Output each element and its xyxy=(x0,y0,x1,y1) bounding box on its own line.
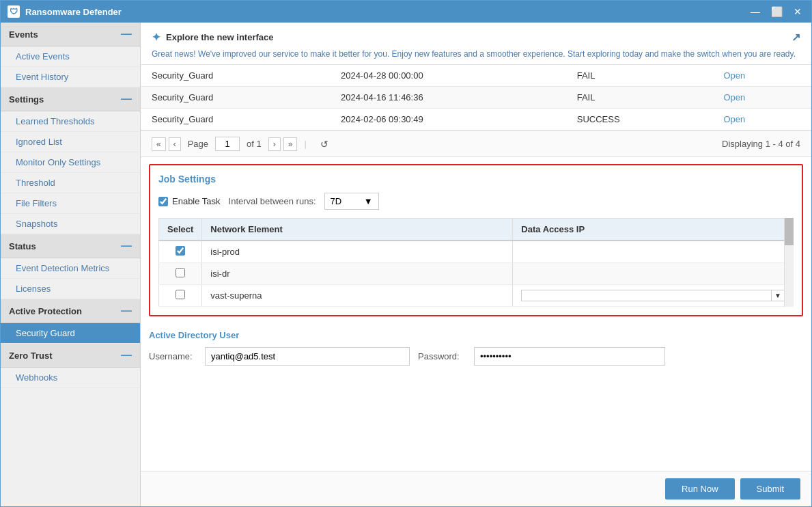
row-datetime: 2024-02-06 09:30:49 xyxy=(330,109,566,131)
row-open-link[interactable]: Open xyxy=(712,109,811,131)
ip-dropdown-icon[interactable]: ▼ xyxy=(771,290,784,301)
interval-select[interactable]: 7D ▼ xyxy=(324,193,379,210)
network-row-select[interactable] xyxy=(159,241,202,263)
separator: | xyxy=(304,139,306,149)
page-label: Page xyxy=(188,139,208,149)
scrollbar-thumb xyxy=(785,218,794,245)
sidebar-item-webhooks[interactable]: Webhooks xyxy=(1,368,140,388)
active-protection-collapse-icon[interactable]: — xyxy=(121,305,132,317)
footer-bar: Run Now Submit xyxy=(141,471,811,506)
username-label: Username: xyxy=(149,351,197,361)
sidebar-item-snapshots[interactable]: Snapshots xyxy=(1,214,140,234)
refresh-button[interactable]: ↺ xyxy=(320,139,328,150)
maximize-button[interactable]: ⬜ xyxy=(768,5,785,18)
app-title: Ransomware Defender xyxy=(25,7,748,17)
run-now-button[interactable]: Run Now xyxy=(665,478,734,499)
row-name: Security_Guard xyxy=(141,65,330,87)
page-controls: « ‹ Page of 1 › » | ↺ xyxy=(152,137,328,151)
network-table-scrollbar[interactable] xyxy=(784,218,794,307)
interval-value: 7D xyxy=(331,196,342,206)
sidebar-section-active-protection: Active Protection — xyxy=(1,299,140,323)
sidebar-item-monitor-only-settings[interactable]: Monitor Only Settings xyxy=(1,152,140,173)
status-collapse-icon[interactable]: — xyxy=(121,240,132,252)
window-controls: — ⬜ ✕ xyxy=(748,5,804,18)
sidebar-section-status: Status — xyxy=(1,234,140,258)
enable-task-text: Enable Task xyxy=(172,196,221,206)
page-number-input[interactable] xyxy=(215,137,240,151)
sidebar-item-event-detection-metrics[interactable]: Event Detection Metrics xyxy=(1,258,140,279)
sidebar-item-ignored-list[interactable]: Ignored List xyxy=(1,132,140,152)
network-row-element: vast-superna xyxy=(202,285,513,307)
row-status: FAIL xyxy=(566,87,713,109)
row-datetime: 2024-04-28 00:00:00 xyxy=(330,65,566,87)
status-section-label: Status xyxy=(9,241,36,251)
sidebar-section-events: Events — xyxy=(1,23,140,46)
prev-page-button[interactable]: ‹ xyxy=(169,137,181,151)
zero-trust-collapse-icon[interactable]: — xyxy=(121,349,132,361)
password-label: Password: xyxy=(418,351,466,361)
network-row: isi-dr xyxy=(159,263,794,285)
events-section-label: Events xyxy=(9,29,38,40)
zero-trust-label: Zero Trust xyxy=(9,351,53,361)
network-row-select[interactable] xyxy=(159,285,202,307)
network-row-select[interactable] xyxy=(159,263,202,285)
settings-section-label: Settings xyxy=(9,94,44,105)
title-bar: 🛡 Ransomware Defender — ⬜ ✕ xyxy=(1,1,811,23)
row-open-link[interactable]: Open xyxy=(712,65,811,87)
password-input[interactable] xyxy=(474,347,665,366)
history-table: Security_Guard 2024-04-28 00:00:00 FAIL … xyxy=(141,65,811,131)
enable-task-label[interactable]: Enable Task xyxy=(158,196,221,206)
network-row-ip xyxy=(513,241,794,263)
job-settings-section: Job Settings Enable Task Interval betwee… xyxy=(149,164,803,316)
active-protection-label: Active Protection xyxy=(9,306,82,316)
sidebar-item-file-filters[interactable]: File Filters xyxy=(1,193,140,214)
sidebar-item-threshold[interactable]: Threshold xyxy=(1,173,140,193)
ad-title: Active Directory User xyxy=(149,330,803,340)
sidebar-item-event-history[interactable]: Event History xyxy=(1,67,140,87)
dropdown-arrow-icon: ▼ xyxy=(364,196,373,206)
sidebar-section-zero-trust: Zero Trust — xyxy=(1,344,140,368)
ad-form: Username: Password: xyxy=(149,347,803,366)
network-row-ip xyxy=(513,263,794,285)
sidebar-item-learned-thresholds[interactable]: Learned Thresholds xyxy=(1,111,140,132)
sidebar-item-security-guard[interactable]: Security Guard xyxy=(1,323,140,344)
submit-button[interactable]: Submit xyxy=(740,478,800,499)
main-panel: ✦ Explore the new interface ↗ Great news… xyxy=(141,23,811,506)
enable-task-checkbox[interactable] xyxy=(158,197,168,206)
minimize-button[interactable]: — xyxy=(748,5,763,18)
next-page-button[interactable]: › xyxy=(268,137,281,151)
col-network-element: Network Element xyxy=(202,219,513,241)
external-link-icon[interactable]: ↗ xyxy=(792,31,800,44)
main-header-description: Great news! We've improved our service t… xyxy=(152,48,800,60)
ad-section: Active Directory User Username: Password… xyxy=(141,323,811,372)
network-row: isi-prod xyxy=(159,241,794,263)
last-page-button[interactable]: » xyxy=(283,137,298,151)
col-data-access-ip: Data Access IP xyxy=(513,219,794,241)
main-header: ✦ Explore the new interface ↗ Great news… xyxy=(141,23,811,65)
row-open-link[interactable]: Open xyxy=(712,87,811,109)
table-row: Security_Guard 2024-02-06 09:30:49 SUCCE… xyxy=(141,109,811,131)
network-row-ip: ▼ xyxy=(513,285,794,307)
close-button[interactable]: ✕ xyxy=(791,5,804,18)
app-window: 🛡 Ransomware Defender — ⬜ ✕ Events — Act… xyxy=(0,0,812,507)
settings-collapse-icon[interactable]: — xyxy=(121,93,132,105)
job-settings-controls: Enable Task Interval between runs: 7D ▼ xyxy=(158,193,794,210)
events-collapse-icon[interactable]: — xyxy=(121,28,132,40)
row-name: Security_Guard xyxy=(141,109,330,131)
app-body: Events — Active Events Event History Set… xyxy=(1,23,811,506)
network-row: vast-superna ▼ xyxy=(159,285,794,307)
sidebar-item-licenses[interactable]: Licenses xyxy=(1,279,140,299)
star-icon: ✦ xyxy=(152,31,160,44)
sidebar-section-settings: Settings — xyxy=(1,87,140,111)
app-icon: 🛡 xyxy=(8,5,20,18)
page-title: Explore the new interface xyxy=(166,32,274,42)
row-name: Security_Guard xyxy=(141,87,330,109)
table-row: Security_Guard 2024-04-16 11:46:36 FAIL … xyxy=(141,87,811,109)
sidebar-item-active-events[interactable]: Active Events xyxy=(1,46,140,67)
network-table-wrapper: Select Network Element Data Access IP is… xyxy=(158,218,794,307)
row-status: SUCCESS xyxy=(566,109,713,131)
sidebar: Events — Active Events Event History Set… xyxy=(1,23,141,506)
username-input[interactable] xyxy=(205,347,410,366)
network-table-header-row: Select Network Element Data Access IP xyxy=(159,219,794,241)
first-page-button[interactable]: « xyxy=(152,137,166,151)
